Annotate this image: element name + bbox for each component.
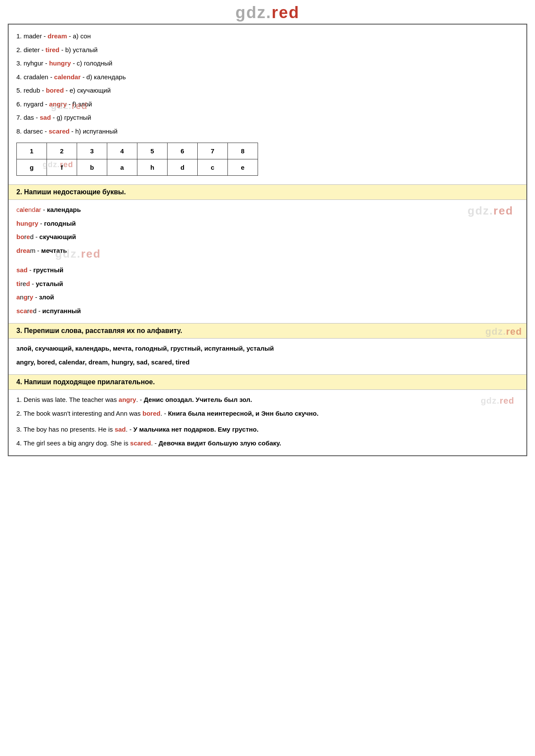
section3-header: 3. Перепиши слова, расставляя их по алфа… — [9, 323, 526, 339]
watermark-red: red — [271, 3, 299, 22]
vocab-item: tired - усталый — [16, 278, 519, 289]
item-num: 6. nygard - — [16, 100, 49, 108]
translation: мечтать — [41, 247, 67, 254]
item-suffix: - h) испуганный — [69, 128, 118, 135]
translation: Денис опоздал. Учитель был зол. — [144, 396, 252, 403]
word-highlight: calendar — [54, 73, 81, 81]
dash: - — [29, 266, 33, 274]
table-cell: c — [198, 159, 228, 176]
item-num: 7. das - — [16, 114, 40, 121]
dash: - — [38, 307, 42, 314]
list-item: 1. mader - dream - a) сон — [16, 31, 519, 42]
word-highlight: sad — [40, 114, 51, 121]
list-item: 6. nygard - angry - f) злой gdz.red — [16, 99, 519, 110]
table-cell: h — [137, 159, 168, 176]
section3-title: 3. Перепиши слова, расставляя их по алфа… — [16, 327, 182, 334]
table-cell: f gdz.red — [47, 159, 77, 176]
item-num: 4. cradalen - — [16, 73, 54, 81]
item-suffix: - e) скучающий — [64, 87, 111, 94]
word-partial: dream — [16, 247, 35, 254]
section2-title: 2. Напиши недостающие буквы. — [16, 188, 126, 196]
item-num: 3. nyhgur - — [16, 59, 49, 67]
table-header: 4 — [107, 143, 137, 159]
vocab-item: angry - злой — [16, 292, 519, 303]
item-dot: . - — [136, 396, 144, 403]
dash: - — [43, 206, 47, 213]
word-highlight: bored — [46, 87, 64, 94]
vocab-item: hungry - голодный — [16, 218, 519, 229]
table-header: 2 — [47, 143, 77, 159]
translation: Книга была неинтересной, и Энн было скуч… — [168, 410, 318, 417]
word-highlight: angry — [118, 396, 136, 403]
section4-title: 4. Напиши подходящее прилагательное. — [16, 378, 155, 386]
table-header: 6 — [168, 143, 198, 159]
section4-content: 1. Denis was late. The teacher was angry… — [9, 390, 526, 455]
table-header: 1 — [17, 143, 47, 159]
word-partial: calendar — [16, 206, 41, 213]
answer-table: 1 2 3 4 5 6 7 8 g f gdz.red b a h d c — [16, 143, 258, 176]
section2-header: 2. Напиши недостающие буквы. — [9, 184, 526, 200]
item-num: 1. Denis was late. The teacher was — [16, 396, 118, 403]
dash: - — [35, 233, 39, 240]
word-highlight: hungry — [49, 59, 71, 67]
vocab-item: calendar - календарь — [16, 204, 519, 215]
translation: скучающий — [39, 233, 76, 240]
main-content: 1. mader - dream - a) сон 2. dieter - ti… — [8, 24, 527, 456]
translation: усталый — [36, 280, 63, 287]
vocab-item: bored - скучающий — [16, 231, 519, 243]
list-item: 4. cradalen - calendar - d) календарь — [16, 72, 519, 83]
sentence-item: 2. The book wasn't interesting and Ann w… — [16, 408, 519, 419]
word-partial: tired — [16, 280, 30, 287]
word-highlight: dream — [48, 32, 67, 40]
vocab-item: scared - испуганный — [16, 305, 519, 317]
translation: испуганный — [42, 307, 81, 314]
translation: грустный — [33, 266, 63, 274]
vocab-item: sad - грустный — [16, 264, 519, 276]
translation: календарь — [47, 206, 81, 213]
item-num: 2. dieter - — [16, 46, 46, 53]
table-cell: g — [17, 159, 47, 176]
list-item: 8. darsec - scared - h) испуганный — [16, 126, 519, 137]
word-partial: angry — [16, 293, 33, 301]
section4-header: 4. Напиши подходящее прилагательное. — [9, 374, 526, 390]
item-suffix: - f) злой — [67, 100, 92, 108]
word-partial: sad — [16, 266, 28, 274]
translation: Девочка видит большую злую собаку. — [159, 439, 281, 447]
translation: злой — [39, 293, 54, 301]
table-cell: b — [77, 159, 107, 176]
list-item: 7. das - sad - g) грустный — [16, 112, 519, 123]
table-header: 5 — [137, 143, 168, 159]
item-suffix: - b) усталый — [59, 46, 98, 53]
alpha-text2: angry, bored, calendar, dream, hungry, s… — [16, 358, 190, 366]
section3-content: злой, скучающий, календарь, мечта, голод… — [9, 339, 526, 374]
table-cell: d — [168, 159, 198, 176]
dash: - — [40, 220, 44, 227]
table-cell: a — [107, 159, 137, 176]
word-highlight: tired — [46, 46, 60, 53]
dash: - — [37, 247, 41, 254]
section2-content: gdz.red calendar - календарь hungry - го… — [9, 200, 526, 323]
item-suffix: - d) календарь — [81, 73, 126, 81]
item-num: 5. redub - — [16, 87, 46, 94]
item-suffix: - a) сон — [67, 32, 91, 40]
watermark-top: gdz.red — [0, 0, 535, 24]
list-item: 5. redub - bored - e) скучающий — [16, 85, 519, 96]
alpha-line2: angry, bored, calendar, dream, hungry, s… — [16, 357, 519, 368]
item-suffix: - c) голодный — [71, 59, 112, 67]
section1-words: 1. mader - dream - a) сон 2. dieter - ti… — [9, 25, 526, 184]
item-dot: . - — [160, 410, 168, 417]
item-num: 4. The girl sees a big angry dog. She is — [16, 439, 130, 447]
item-num: 1. mader - — [16, 32, 48, 40]
table-header: 8 — [228, 143, 258, 159]
item-dot: . - — [126, 426, 134, 433]
word-highlight: scared — [49, 128, 69, 135]
item-dot: . - — [151, 439, 159, 447]
sentence-item: 4. The girl sees a big angry dog. She is… — [16, 438, 519, 449]
translation: голодный — [44, 220, 76, 227]
alpha-text1: злой, скучающий, календарь, мечта, голод… — [16, 345, 274, 352]
word-highlight: sad — [115, 426, 126, 433]
list-item: 3. nyhgur - hungry - c) голодный — [16, 58, 519, 69]
list-item: 2. dieter - tired - b) усталый — [16, 44, 519, 56]
table-header: 7 — [198, 143, 228, 159]
word-partial: hungry — [16, 220, 38, 227]
